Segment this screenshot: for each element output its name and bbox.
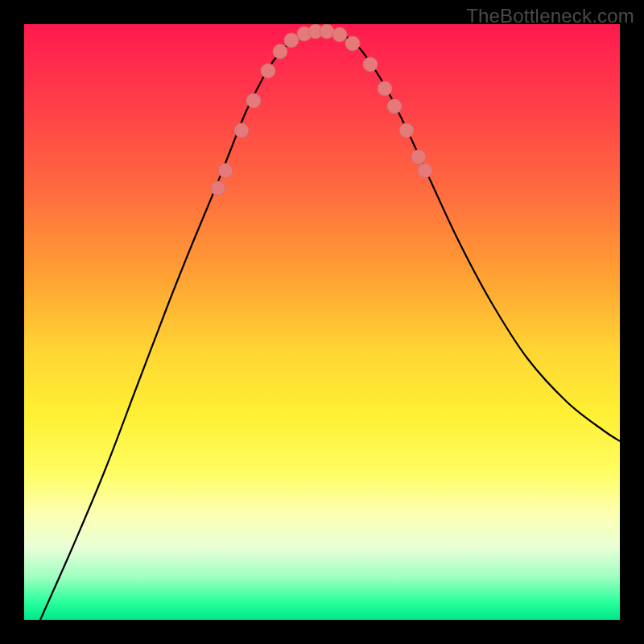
- data-marker: [273, 44, 287, 59]
- data-marker: [284, 33, 299, 47]
- bottleneck-chart-svg: [24, 24, 620, 620]
- bottleneck-curve: [40, 31, 620, 620]
- plot-area: [24, 24, 620, 620]
- data-marker: [218, 163, 233, 178]
- data-marker: [411, 150, 426, 164]
- data-marker: [234, 123, 249, 138]
- data-marker: [261, 64, 275, 78]
- curve-markers: [211, 24, 432, 196]
- watermark-text: TheBottleneck.com: [466, 5, 634, 27]
- data-marker: [363, 57, 378, 72]
- data-marker: [418, 163, 432, 178]
- data-marker: [387, 99, 402, 114]
- data-marker: [345, 36, 360, 51]
- data-marker: [332, 27, 347, 42]
- data-marker: [211, 181, 225, 196]
- data-marker: [246, 93, 261, 108]
- data-marker: [320, 24, 334, 39]
- data-marker: [399, 123, 414, 138]
- data-marker: [378, 81, 392, 96]
- chart-frame: TheBottleneck.com: [0, 0, 644, 644]
